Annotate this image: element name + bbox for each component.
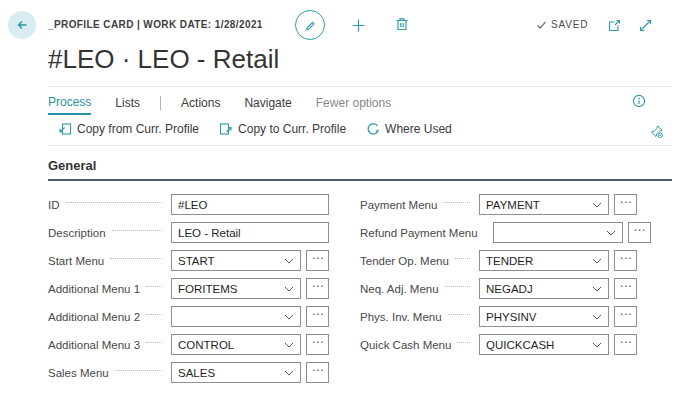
quick-cash-menu-lookup-button[interactable]: ⋯ — [614, 334, 637, 355]
tab-navigate[interactable]: Navigate — [244, 96, 291, 114]
field-label: Refund Payment Menu — [360, 227, 478, 239]
field-label: Additional Menu 3 — [48, 339, 140, 351]
tender-op-menu-dropdown[interactable]: TENDER — [479, 250, 609, 271]
edit-button[interactable] — [295, 10, 325, 40]
fasttab-general: General — [48, 158, 672, 181]
pin-icon — [649, 124, 666, 139]
save-status-label: SAVED — [551, 19, 588, 30]
top-bar: _PROFILE CARD | WORK DATE: 1/28/2021 SAV… — [0, 0, 700, 40]
payment-menu-dropdown[interactable]: PAYMENT — [479, 194, 609, 215]
additional-menu-3-dropdown[interactable]: CONTROL — [171, 334, 301, 355]
refund-payment-menu-lookup-button[interactable]: ⋯ — [628, 222, 651, 243]
expand-icon — [638, 18, 653, 33]
field-label: Sales Menu — [48, 367, 109, 379]
field-tender-op-menu: Tender Op. Menu TENDER ⋯ — [360, 250, 637, 271]
chevron-down-icon[interactable] — [284, 314, 294, 320]
additional-menu-2-lookup-button[interactable]: ⋯ — [306, 306, 329, 327]
field-label: Description — [48, 227, 106, 239]
dropdown-value: TENDER — [486, 255, 592, 267]
where-used-button[interactable]: Where Used — [366, 122, 452, 136]
quick-cash-menu-dropdown[interactable]: QUICKCASH — [479, 334, 609, 355]
start-menu-lookup-button[interactable]: ⋯ — [306, 250, 329, 271]
phys-inv-menu-lookup-button[interactable]: ⋯ — [614, 306, 637, 327]
page-title: #LEO · LEO - Retail — [48, 44, 700, 75]
dot-leader — [115, 370, 162, 371]
tab-divider — [160, 96, 161, 110]
additional-menu-3-lookup-button[interactable]: ⋯ — [306, 334, 329, 355]
chevron-down-icon[interactable] — [592, 342, 602, 348]
copy-from-curr-profile-button[interactable]: Copy from Curr. Profile — [58, 122, 199, 136]
dot-leader — [146, 286, 162, 287]
new-button[interactable] — [349, 16, 367, 34]
chevron-down-icon[interactable] — [592, 286, 602, 292]
field-refund-payment-menu: Refund Payment Menu ⋯ — [360, 222, 637, 243]
tab-actions[interactable]: Actions — [181, 96, 220, 114]
action-label: Where Used — [385, 122, 452, 136]
field-label: Payment Menu — [360, 199, 437, 211]
additional-menu-2-dropdown[interactable] — [171, 306, 301, 327]
id-input[interactable] — [171, 194, 329, 215]
dot-leader — [112, 230, 162, 231]
tender-op-menu-lookup-button[interactable]: ⋯ — [614, 250, 637, 271]
refund-payment-menu-dropdown[interactable] — [493, 222, 623, 243]
copy-to-curr-profile-button[interactable]: Copy to Curr. Profile — [219, 122, 346, 136]
chevron-down-icon[interactable] — [284, 286, 294, 292]
tab-lists[interactable]: Lists — [115, 96, 140, 114]
phys-inv-menu-dropdown[interactable]: PHYSINV — [479, 306, 609, 327]
chevron-down-icon[interactable] — [592, 202, 602, 208]
dot-leader — [110, 258, 162, 259]
open-in-window-button[interactable] — [605, 16, 623, 34]
neq-adj-menu-lookup-button[interactable]: ⋯ — [614, 278, 637, 299]
ribbon-actions: Copy from Curr. Profile Copy to Curr. Pr… — [48, 115, 672, 146]
back-arrow-icon — [14, 17, 30, 33]
form-column-right: Payment Menu PAYMENT ⋯ Refund Payment Me… — [360, 194, 637, 390]
neq-adj-menu-dropdown[interactable]: NEGADJ — [479, 278, 609, 299]
dot-leader — [457, 342, 470, 343]
tab-fewer-options[interactable]: Fewer options — [316, 96, 391, 114]
chevron-down-icon[interactable] — [284, 342, 294, 348]
chevron-down-icon[interactable] — [592, 314, 602, 320]
field-label: Neq. Adj. Menu — [360, 283, 439, 295]
dot-leader — [448, 314, 470, 315]
dot-leader — [146, 342, 162, 343]
info-button[interactable] — [632, 93, 648, 109]
field-additional-menu-2: Additional Menu 2 ⋯ — [48, 306, 329, 327]
dot-leader — [455, 258, 470, 259]
dropdown-value: CONTROL — [178, 339, 284, 351]
pin-button[interactable] — [649, 123, 666, 140]
sales-menu-dropdown[interactable]: SALES — [171, 362, 301, 383]
field-label: Additional Menu 2 — [48, 311, 140, 323]
field-label: Quick Cash Menu — [360, 339, 451, 351]
trash-icon — [394, 16, 410, 32]
action-ribbon: Process Lists Actions Navigate Fewer opt… — [48, 86, 672, 146]
tab-process[interactable]: Process — [48, 95, 91, 115]
payment-menu-lookup-button[interactable]: ⋯ — [614, 194, 637, 215]
info-icon — [632, 94, 648, 108]
form-column-left: ID Description Start Menu START ⋯ — [48, 194, 329, 390]
additional-menu-1-lookup-button[interactable]: ⋯ — [306, 278, 329, 299]
action-label: Copy to Curr. Profile — [238, 122, 346, 136]
field-label: Start Menu — [48, 255, 104, 267]
expand-button[interactable] — [636, 16, 654, 34]
copy-to-icon — [219, 122, 233, 136]
dropdown-value: PHYSINV — [486, 311, 592, 323]
open-in-window-icon — [607, 18, 622, 33]
additional-menu-1-dropdown[interactable]: FORITEMS — [171, 278, 301, 299]
delete-button[interactable] — [393, 15, 411, 33]
description-input[interactable] — [171, 222, 329, 243]
dropdown-value: NEGADJ — [486, 283, 592, 295]
check-icon — [536, 20, 547, 30]
sales-menu-lookup-button[interactable]: ⋯ — [306, 362, 329, 383]
field-label: Phys. Inv. Menu — [360, 311, 442, 323]
general-form: ID Description Start Menu START ⋯ — [48, 194, 700, 390]
section-title[interactable]: General — [48, 158, 672, 173]
edit-pencil-icon — [303, 18, 317, 32]
back-button[interactable] — [8, 11, 36, 39]
page-caption: _PROFILE CARD | WORK DATE: 1/28/2021 — [48, 19, 263, 30]
field-label: ID — [48, 199, 60, 211]
chevron-down-icon[interactable] — [592, 258, 602, 264]
start-menu-dropdown[interactable]: START — [171, 250, 301, 271]
chevron-down-icon[interactable] — [284, 370, 294, 376]
chevron-down-icon[interactable] — [284, 258, 294, 264]
chevron-down-icon[interactable] — [606, 230, 616, 236]
